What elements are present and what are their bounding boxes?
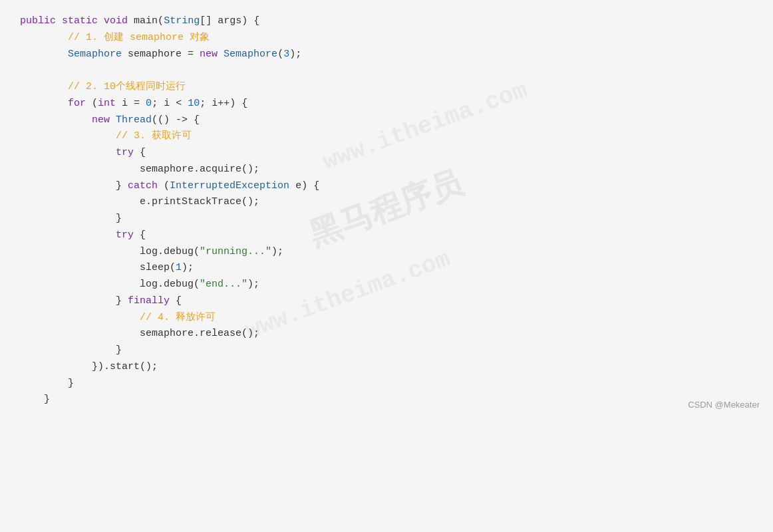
code-line-8: // 3. 获取许可	[20, 128, 753, 145]
code-line-24: }	[20, 392, 753, 408]
code-line-20: semaphore.release();	[20, 326, 753, 342]
code-container: 黑马程序员 www.itheima.com www.itheima.com pu…	[0, 0, 773, 422]
code-line-16: sleep(1);	[20, 260, 753, 277]
code-line-4	[20, 63, 753, 79]
code-line-21: }	[20, 342, 753, 359]
code-line-2: // 1. 创建 semaphore 对象	[20, 30, 753, 47]
code-line-1: public static void main(String[] args) {	[20, 13, 753, 30]
code-line-15: log.debug("running...");	[20, 244, 753, 261]
code-line-3: Semaphore semaphore = new Semaphore(3);	[20, 47, 753, 63]
code-line-17: log.debug("end...");	[20, 277, 753, 293]
code-line-10: semaphore.acquire();	[20, 162, 753, 178]
csdn-watermark: CSDN @Mekeater	[688, 398, 760, 412]
code-line-19: // 4. 释放许可	[20, 310, 753, 327]
code-line-9: try {	[20, 145, 753, 162]
code-block: public static void main(String[] args) {…	[20, 13, 753, 408]
code-line-14: try {	[20, 227, 753, 244]
code-line-7: new Thread(() -> {	[20, 112, 753, 129]
code-line-5: // 2. 10个线程同时运行	[20, 79, 753, 96]
code-line-13: }	[20, 211, 753, 227]
code-line-22: }).start();	[20, 359, 753, 376]
code-line-12: e.printStackTrace();	[20, 194, 753, 211]
code-line-6: for (int i = 0; i < 10; i++) {	[20, 96, 753, 112]
code-line-18: } finally {	[20, 293, 753, 310]
code-line-11: } catch (InterruptedException e) {	[20, 178, 753, 195]
code-line-23: }	[20, 376, 753, 392]
